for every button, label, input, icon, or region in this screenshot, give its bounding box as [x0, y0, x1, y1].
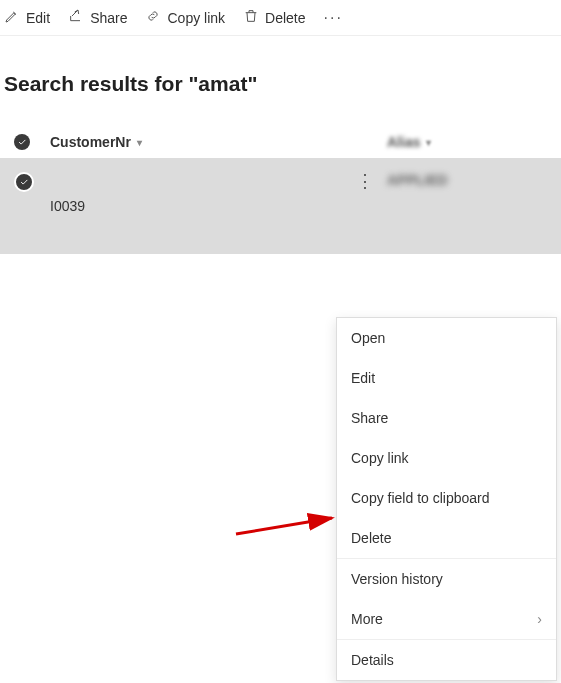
select-all[interactable] — [14, 134, 50, 150]
ctx-more[interactable]: More › — [337, 599, 556, 639]
ctx-version-history[interactable]: Version history — [337, 558, 556, 599]
arrow-annotation — [234, 512, 344, 542]
ctx-share-label: Share — [351, 410, 388, 426]
ctx-details[interactable]: Details — [337, 639, 556, 680]
column-alias-label: Alias — [387, 134, 420, 150]
delete-label: Delete — [265, 10, 305, 26]
ctx-edit[interactable]: Edit — [337, 358, 556, 398]
check-circle-icon — [14, 134, 30, 150]
ctx-delete[interactable]: Delete — [337, 518, 556, 558]
share-button[interactable]: Share — [68, 8, 127, 27]
column-customernr[interactable]: CustomerNr ▾ — [50, 134, 387, 150]
row-select[interactable] — [14, 172, 50, 192]
copylink-button[interactable]: Copy link — [145, 8, 225, 27]
copylink-label: Copy link — [167, 10, 225, 26]
chevron-down-icon: ▾ — [426, 137, 431, 148]
ctx-more-label: More — [351, 611, 383, 627]
more-actions-button[interactable]: ··· — [324, 9, 343, 27]
ctx-edit-label: Edit — [351, 370, 375, 386]
edit-label: Edit — [26, 10, 50, 26]
svg-line-0 — [236, 518, 332, 534]
ctx-copyfield[interactable]: Copy field to clipboard — [337, 478, 556, 518]
check-circle-icon — [14, 172, 34, 192]
column-customernr-label: CustomerNr — [50, 134, 131, 150]
trash-icon — [243, 8, 259, 27]
table-header: CustomerNr ▾ Alias ▾ — [0, 126, 561, 158]
table-row[interactable]: I0039 ⋮ APPLIED — [0, 158, 561, 254]
pencil-icon — [4, 8, 20, 27]
ctx-delete-label: Delete — [351, 530, 391, 546]
column-alias[interactable]: Alias ▾ — [387, 134, 547, 150]
share-label: Share — [90, 10, 127, 26]
row-more-button[interactable]: ⋮ — [350, 170, 380, 192]
ctx-open-label: Open — [351, 330, 385, 346]
ctx-copylink-label: Copy link — [351, 450, 409, 466]
delete-button[interactable]: Delete — [243, 8, 305, 27]
ctx-share[interactable]: Share — [337, 398, 556, 438]
context-menu: Open Edit Share Copy link Copy field to … — [336, 317, 557, 681]
ctx-version-history-label: Version history — [351, 571, 443, 587]
ctx-open[interactable]: Open — [337, 318, 556, 358]
chevron-right-icon: › — [537, 611, 542, 627]
cell-customernr: I0039 — [50, 198, 85, 214]
chevron-down-icon: ▾ — [137, 137, 142, 148]
edit-button[interactable]: Edit — [4, 8, 50, 27]
ctx-details-label: Details — [351, 652, 394, 668]
link-icon — [145, 8, 161, 27]
page-title: Search results for "amat" — [4, 72, 561, 96]
share-icon — [68, 8, 84, 27]
ctx-copyfield-label: Copy field to clipboard — [351, 490, 490, 506]
cell-alias: APPLIED — [387, 172, 448, 188]
command-bar: Edit Share Copy link Delete ··· — [0, 0, 561, 36]
ctx-copylink[interactable]: Copy link — [337, 438, 556, 478]
